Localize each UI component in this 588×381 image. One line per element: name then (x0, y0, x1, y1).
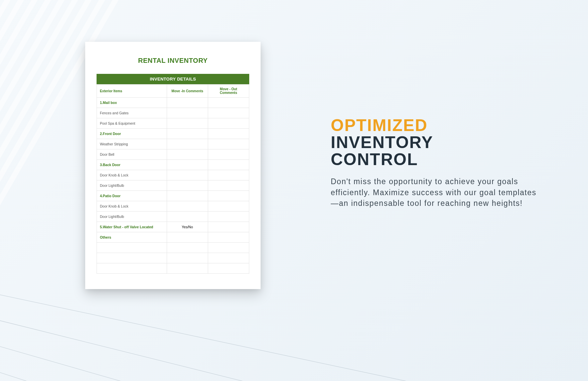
row-label: 2.Front Door (97, 129, 167, 139)
row-movein (167, 253, 208, 263)
table-row: Pool Spa & Equipment (97, 118, 249, 129)
table-row: Door Knob & Lock (97, 201, 249, 212)
row-moveout (208, 129, 249, 139)
row-label: Door Knob & Lock (97, 170, 167, 180)
row-moveout (208, 118, 249, 129)
row-label: 3.Back Door (97, 160, 167, 170)
row-movein (167, 108, 208, 118)
row-movein (167, 98, 208, 108)
row-movein: Yes/No (167, 222, 208, 232)
table-row: Fences and Gates (97, 108, 249, 118)
row-movein (167, 212, 208, 222)
row-moveout (208, 201, 249, 212)
row-moveout (208, 253, 249, 263)
row-moveout (208, 180, 249, 191)
row-movein (167, 118, 208, 129)
table-row: Door Knob & Lock (97, 170, 249, 180)
headline-accent: OPTIMIZED (331, 117, 545, 134)
row-label: 4.Patio Door (97, 191, 167, 201)
row-label (97, 263, 167, 274)
table-row (97, 263, 249, 274)
row-label: Others (97, 232, 167, 243)
document-preview: RENTAL INVENTORY INVENTORY DETAILS Exter… (85, 42, 261, 289)
row-moveout (208, 191, 249, 201)
row-movein (167, 139, 208, 149)
row-movein (167, 243, 208, 253)
row-label: Door Light/Bulb (97, 212, 167, 222)
table-row: Door Bell (97, 149, 249, 160)
row-moveout (208, 212, 249, 222)
row-label: Pool Spa & Equipment (97, 118, 167, 129)
row-moveout (208, 108, 249, 118)
column-header-moveout: Move - Out Comments (208, 85, 249, 98)
column-header-items: Exterior Items (97, 85, 167, 98)
row-label: Fences and Gates (97, 108, 167, 118)
row-label: Door Bell (97, 149, 167, 160)
row-moveout (208, 139, 249, 149)
row-moveout (208, 232, 249, 243)
row-movein (167, 160, 208, 170)
table-row: Weather Stripping (97, 139, 249, 149)
body-text: Don't miss the opportunity to achieve yo… (331, 176, 538, 209)
table-row: 4.Patio Door (97, 191, 249, 201)
row-label: 1.Mail box (97, 98, 167, 108)
table-row (97, 253, 249, 263)
table-row: 5.Water Shut - off Valve LocatedYes/No (97, 222, 249, 232)
inventory-table: Exterior Items Move -In Comments Move - … (97, 84, 249, 274)
row-movein (167, 180, 208, 191)
table-row: 3.Back Door (97, 160, 249, 170)
headline-line-3: CONTROL (331, 150, 418, 169)
row-moveout (208, 98, 249, 108)
row-movein (167, 263, 208, 274)
table-row (97, 243, 249, 253)
table-row: 2.Front Door (97, 129, 249, 139)
headline: OPTIMIZED INVENTORY CONTROL (331, 117, 545, 168)
section-header: INVENTORY DETAILS (97, 74, 249, 84)
headline-line-2: INVENTORY (331, 133, 433, 152)
row-moveout (208, 243, 249, 253)
document-title: RENTAL INVENTORY (97, 57, 249, 65)
row-movein (167, 129, 208, 139)
row-moveout (208, 170, 249, 180)
row-label (97, 243, 167, 253)
table-row: Door Light/Bulb (97, 180, 249, 191)
row-label: Door Light/Bulb (97, 180, 167, 191)
row-label: 5.Water Shut - off Valve Located (97, 222, 167, 232)
row-movein (167, 191, 208, 201)
row-label (97, 253, 167, 263)
row-movein (167, 149, 208, 160)
row-moveout (208, 222, 249, 232)
row-movein (167, 232, 208, 243)
row-moveout (208, 149, 249, 160)
row-moveout (208, 160, 249, 170)
row-label: Weather Stripping (97, 139, 167, 149)
table-row: 1.Mail box (97, 98, 249, 108)
row-movein (167, 201, 208, 212)
row-movein (167, 170, 208, 180)
column-header-movein: Move -In Comments (167, 85, 208, 98)
marketing-copy: OPTIMIZED INVENTORY CONTROL Don't miss t… (331, 117, 545, 209)
row-label: Door Knob & Lock (97, 201, 167, 212)
table-header-row: Exterior Items Move -In Comments Move - … (97, 85, 249, 98)
table-row: Door Light/Bulb (97, 212, 249, 222)
row-moveout (208, 263, 249, 274)
table-row: Others (97, 232, 249, 243)
